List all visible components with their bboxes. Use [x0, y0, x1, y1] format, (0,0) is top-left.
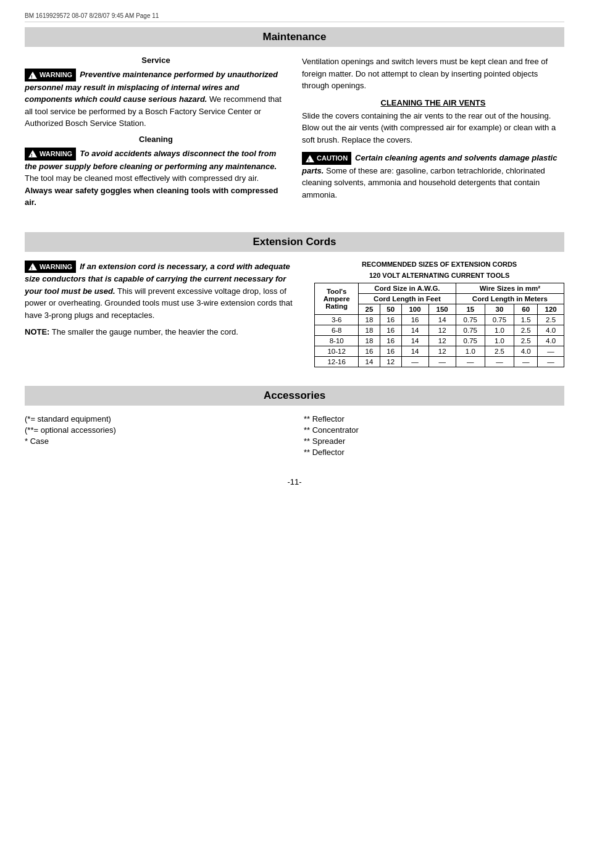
- page-number: -11-: [25, 477, 564, 486]
- cell-awg: 14: [401, 335, 428, 346]
- cleaning-title: Cleaning: [25, 135, 287, 144]
- cell-ampere: 3-6: [315, 314, 359, 325]
- feet-25: 25: [359, 304, 380, 314]
- list-item: ** Concentrator: [304, 425, 564, 435]
- cell-awg: 18: [359, 335, 380, 346]
- caution-normal: Some of these are: gasoline, carbon tetr…: [302, 166, 545, 199]
- list-item: * Case: [25, 436, 285, 446]
- page-header: BM 1619929572 08-07 8/28/07 9:45 AM Page…: [25, 12, 564, 22]
- cell-awg: 16: [359, 346, 380, 356]
- cell-mm2: 4.0: [538, 325, 564, 335]
- warning-label-service: WARNING: [40, 70, 72, 80]
- cell-awg: 18: [359, 325, 380, 335]
- col-feet-label: Cord Length in Feet: [359, 293, 456, 304]
- cleaning-warning-normal: The tool may be cleaned most effectively…: [25, 173, 259, 183]
- cell-ampere: 6-8: [315, 325, 359, 335]
- cell-mm2: —: [538, 346, 564, 356]
- list-item: (*= standard equipment): [25, 414, 285, 424]
- col-awg-header: Cord Size in A.W.G.: [359, 283, 456, 293]
- cell-awg: 18: [359, 314, 380, 325]
- note-text: NOTE: The smaller the gauge number, the …: [25, 327, 299, 336]
- extension-cords-left: WARNING If an extension cord is necessar…: [25, 261, 299, 337]
- cell-mm2: —: [485, 356, 514, 367]
- cleaning-air-vents-title: CLEANING THE AIR VENTS: [302, 98, 564, 107]
- accessories-columns: (*= standard equipment)(**= optional acc…: [25, 414, 564, 459]
- table-title1: RECOMMENDED SIZES OF EXTENSION CORDS: [314, 261, 564, 268]
- accessories-title: Accessories: [25, 386, 564, 406]
- cell-awg: 16: [380, 346, 401, 356]
- col-mm2-header: Wire Sizes in mm²: [456, 283, 564, 293]
- cell-mm2: 0.75: [485, 314, 514, 325]
- cell-mm2: 2.5: [514, 325, 538, 335]
- cell-awg: 14: [401, 346, 428, 356]
- cell-mm2: 1.0: [485, 335, 514, 346]
- feet-150: 150: [428, 304, 456, 314]
- service-warning: WARNING Preventive maintenance performed…: [25, 69, 287, 130]
- cell-awg: 16: [380, 325, 401, 335]
- maintenance-section: Maintenance Service WARNING Preventive m…: [25, 27, 564, 214]
- meters-15: 15: [456, 304, 485, 314]
- table-row: 6-8181614120.751.02.54.0: [315, 325, 564, 335]
- list-item: (**= optional accessories): [25, 425, 285, 435]
- table-title2: 120 VOLT ALTERNATING CURRENT TOOLS: [314, 272, 564, 279]
- list-item: ** Spreader: [304, 436, 564, 446]
- caution-block: CAUTION Certain cleaning agents and solv…: [302, 152, 564, 201]
- cell-mm2: 4.0: [538, 335, 564, 346]
- warning-badge-cleaning: WARNING: [25, 148, 76, 161]
- warning-triangle-service: [28, 72, 37, 79]
- warning-triangle-cleaning: [28, 150, 37, 157]
- cell-mm2: 0.75: [456, 314, 485, 325]
- cell-awg: 14: [401, 325, 428, 335]
- cell-mm2: 0.75: [456, 335, 485, 346]
- feet-100: 100: [401, 304, 428, 314]
- caution-triangle: [306, 155, 314, 162]
- cell-awg: —: [428, 356, 456, 367]
- header-text: BM 1619929572 08-07 8/28/07 9:45 AM Page…: [25, 12, 159, 19]
- maintenance-left-col: Service WARNING Preventive maintenance p…: [25, 56, 287, 214]
- cleaning-warning-bold2: Always wear safety goggles when cleaning…: [25, 186, 278, 207]
- warning-label-ext: WARNING: [40, 262, 72, 272]
- table-row: 10-12161614121.02.54.0—: [315, 346, 564, 356]
- maintenance-title: Maintenance: [25, 27, 564, 47]
- extension-cords-layout: WARNING If an extension cord is necessar…: [25, 261, 564, 367]
- cell-awg: 12: [428, 335, 456, 346]
- ventilation-text: Ventilation openings and switch levers m…: [302, 56, 564, 92]
- warning-triangle-ext: [28, 263, 37, 270]
- extension-cords-right: RECOMMENDED SIZES OF EXTENSION CORDS 120…: [314, 261, 564, 367]
- col-meters-label: Cord Length in Meters: [456, 293, 564, 304]
- cell-mm2: 2.5: [514, 335, 538, 346]
- accessories-section: Accessories (*= standard equipment)(**= …: [25, 386, 564, 459]
- accessories-left-col: (*= standard equipment)(**= optional acc…: [25, 414, 285, 459]
- meters-60: 60: [514, 304, 538, 314]
- cell-mm2: 1.5: [514, 314, 538, 325]
- cell-mm2: 1.0: [485, 325, 514, 335]
- cell-mm2: 1.0: [456, 346, 485, 356]
- warning-label-cleaning: WARNING: [40, 149, 72, 159]
- warning-badge-ext: WARNING: [25, 261, 76, 273]
- cell-mm2: —: [538, 356, 564, 367]
- table-row: 12-161412——————: [315, 356, 564, 367]
- table-row: 3-6181616140.750.751.52.5: [315, 314, 564, 325]
- cell-mm2: 4.0: [514, 346, 538, 356]
- cord-table: Tool'sAmpereRating Cord Size in A.W.G. W…: [314, 283, 564, 367]
- cell-awg: 16: [401, 314, 428, 325]
- cell-awg: 12: [428, 325, 456, 335]
- cell-mm2: —: [514, 356, 538, 367]
- note-bold: NOTE:: [25, 327, 49, 336]
- cell-mm2: 2.5: [485, 346, 514, 356]
- caution-badge: CAUTION: [302, 152, 351, 165]
- cell-awg: 14: [359, 356, 380, 367]
- caution-label: CAUTION: [317, 153, 348, 164]
- service-title: Service: [25, 56, 287, 65]
- cell-awg: 16: [380, 314, 401, 325]
- ext-warning: WARNING If an extension cord is necessar…: [25, 261, 299, 322]
- warning-badge-service: WARNING: [25, 69, 76, 81]
- cell-mm2: 2.5: [538, 314, 564, 325]
- list-item: ** Reflector: [304, 414, 564, 424]
- cell-mm2: 0.75: [456, 325, 485, 335]
- feet-50: 50: [380, 304, 401, 314]
- cell-awg: 12: [428, 346, 456, 356]
- cell-awg: 12: [380, 356, 401, 367]
- meters-30: 30: [485, 304, 514, 314]
- cell-ampere: 12-16: [315, 356, 359, 367]
